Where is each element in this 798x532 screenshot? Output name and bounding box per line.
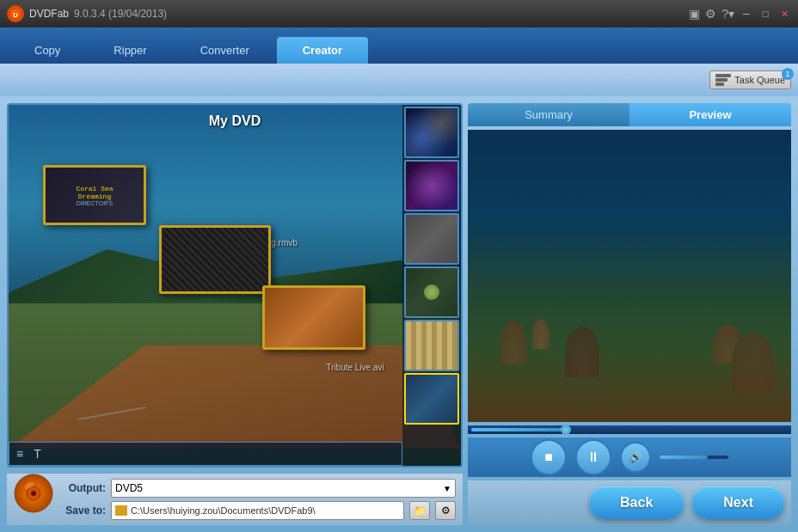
monitor-icon: ▣	[689, 7, 700, 21]
strip-thumb-3[interactable]	[404, 213, 459, 265]
svg-rect-5	[715, 83, 724, 86]
dvd-title: My DVD	[209, 113, 261, 129]
tab-converter[interactable]: Converter	[175, 37, 275, 64]
video-progress-bar[interactable]	[468, 425, 791, 434]
browse-button[interactable]: 📁	[409, 501, 430, 520]
settings-icon[interactable]: ⚙	[705, 7, 716, 21]
save-row: Save to: C:\Users\huiying.zou\Documents\…	[58, 501, 456, 520]
thumb1-subtitle: DIRECTOR'S	[77, 200, 113, 206]
bottom-navigation: Back Next	[468, 480, 791, 525]
thumb1-title-text2: Dreaming	[78, 193, 111, 200]
dropdown-arrow-icon: ▼	[443, 484, 451, 493]
close-button[interactable]: ✕	[777, 8, 791, 20]
right-panel: Summary Preview	[468, 103, 791, 525]
open-folder-button[interactable]: ⚙	[435, 501, 456, 520]
nav-bar: Copy Ripper Converter Creator	[0, 28, 798, 64]
back-button[interactable]: Back	[589, 486, 684, 519]
save-path-display: C:\Users\huiying.zou\Documents\DVDFab9\	[111, 501, 404, 520]
task-queue-badge: 1	[782, 68, 794, 80]
toolbar: Task Queue 1	[0, 64, 798, 96]
strip-thumb-2[interactable]	[404, 160, 459, 211]
browse-icon: 📁	[414, 504, 427, 517]
titlebar-left: D DVDFab 9.0.3.4 (19/04/2013)	[7, 5, 167, 22]
stop-icon: ■	[544, 449, 553, 465]
tab-creator[interactable]: Creator	[277, 37, 368, 64]
open-icon: ⚙	[441, 504, 451, 517]
main-content: My DVD Coral Sea Dreaming DIRECTOR'S Cor…	[0, 96, 798, 532]
strip-thumb-5[interactable]	[404, 320, 459, 371]
progress-fill	[471, 428, 566, 431]
volume-fill	[660, 456, 708, 459]
tab-copy[interactable]: Copy	[9, 37, 86, 64]
coral-overlay	[468, 247, 791, 422]
task-queue-button[interactable]: Task Queue 1	[709, 70, 791, 89]
stop-button[interactable]: ■	[531, 439, 567, 475]
volume-track[interactable]	[660, 456, 728, 459]
titlebar-controls: ▣ ⚙ ?▾ ─ □ ✕	[689, 7, 791, 21]
video-preview	[468, 130, 791, 422]
app-version: 9.0.3.4 (19/04/2013)	[74, 8, 167, 20]
dvd-preview-area: My DVD Coral Sea Dreaming DIRECTOR'S Cor…	[7, 103, 463, 468]
dvd-thumb-1[interactable]: Coral Sea Dreaming DIRECTOR'S	[43, 165, 146, 225]
output-select[interactable]: DVD5 ▼	[111, 479, 456, 498]
pause-icon: ⏸	[586, 449, 600, 465]
strip-thumb-4[interactable]	[404, 266, 459, 318]
svg-text:D: D	[13, 12, 17, 18]
output-label: Output:	[58, 482, 106, 494]
text-icon[interactable]: T	[34, 447, 41, 461]
strip-thumb-1[interactable]	[404, 107, 459, 158]
thumb3-pattern	[265, 288, 363, 347]
progress-thumb[interactable]	[561, 425, 571, 435]
thumb1-title-text: Coral Sea	[76, 185, 113, 193]
app-title: DVDFab	[29, 8, 69, 20]
minimize-button[interactable]: ─	[740, 8, 753, 20]
thumb2-pattern	[162, 228, 268, 291]
dvd-thumb-2[interactable]	[159, 225, 271, 294]
leaf-icon	[424, 284, 439, 300]
video-controls: ■ ⏸ 🔊	[468, 437, 791, 477]
output-value: DVD5	[115, 482, 143, 494]
next-button[interactable]: Next	[692, 486, 784, 519]
dvd-disc-icon	[14, 474, 53, 513]
dvd-thumb-3[interactable]	[262, 285, 365, 350]
left-panel: My DVD Coral Sea Dreaming DIRECTOR'S Cor…	[7, 103, 463, 525]
task-queue-icon	[715, 74, 731, 86]
preview-tabs: Summary Preview	[468, 103, 791, 126]
menu-icon[interactable]: ≡	[16, 447, 23, 461]
pause-button[interactable]: ⏸	[575, 439, 611, 475]
strip-thumb-6[interactable]	[404, 373, 459, 425]
volume-icon: 🔊	[629, 451, 642, 463]
app-icon: D	[7, 5, 24, 22]
left-bottom-icons: ≡ T	[9, 442, 402, 466]
folder-icon	[115, 505, 127, 516]
save-label: Save to:	[58, 504, 106, 517]
titlebar: D DVDFab 9.0.3.4 (19/04/2013) ▣ ⚙ ?▾ ─ □…	[0, 0, 798, 28]
volume-button[interactable]: 🔊	[620, 442, 651, 473]
svg-point-8	[31, 491, 36, 496]
tab-ripper[interactable]: Ripper	[88, 37, 172, 64]
help-icon[interactable]: ?▾	[721, 7, 734, 21]
tab-preview[interactable]: Preview	[629, 103, 791, 126]
svg-rect-3	[715, 74, 731, 77]
save-path-text: C:\Users\huiying.zou\Documents\DVDFab9\	[131, 505, 316, 516]
task-queue-label: Task Queue	[734, 75, 785, 85]
maximize-button[interactable]: □	[758, 8, 772, 20]
output-row: Output: DVD5 ▼	[58, 479, 456, 498]
svg-rect-4	[715, 78, 727, 82]
tab-summary[interactable]: Summary	[468, 103, 629, 126]
output-area: Output: DVD5 ▼ Save to: C:\Users\huiying…	[7, 473, 463, 525]
thumbnail-strip	[402, 105, 461, 466]
progress-track[interactable]	[471, 428, 788, 431]
